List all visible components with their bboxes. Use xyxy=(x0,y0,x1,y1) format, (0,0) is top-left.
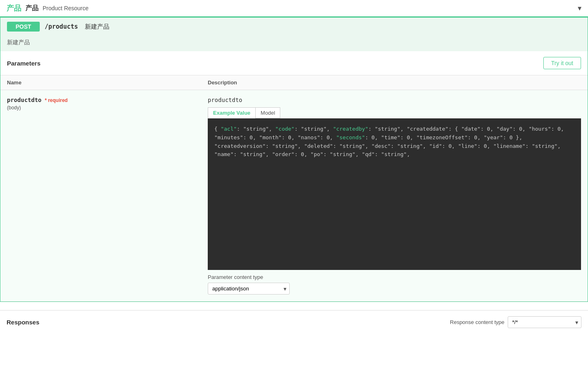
param-name: productdto xyxy=(7,97,41,103)
example-tabs: Example Value Model xyxy=(208,107,581,118)
content-type-select-wrapper: application/json application/xml text/pl… xyxy=(208,283,290,295)
responses-section: Responses Response content type */* appl… xyxy=(0,310,588,334)
param-body: (body) xyxy=(7,105,208,111)
tab-example-value[interactable]: Example Value xyxy=(208,107,255,118)
endpoint-description: 新建产品 xyxy=(0,36,588,51)
content-type-label: Parameter content type xyxy=(208,274,581,280)
section-subtitle: Product Resource xyxy=(43,5,89,11)
col-description-header: Description xyxy=(208,79,581,86)
response-select-wrapper: */* application/json application/xml ▾ xyxy=(508,316,581,328)
param-name-line: productdto * required xyxy=(7,97,208,103)
code-wrapper: { "acl": "string", "code": "string", "cr… xyxy=(208,118,581,270)
col-name-header: Name xyxy=(7,79,208,86)
param-row: productdto * required (body) productdto … xyxy=(0,90,588,301)
responses-title: Responses xyxy=(7,319,39,326)
endpoint-path: /products 新建产品 xyxy=(45,23,109,31)
param-required: * required xyxy=(45,97,68,103)
param-description-text: productdto xyxy=(208,97,581,103)
top-bar: 产品 产品 Product Resource ▾ xyxy=(0,0,588,17)
tab-model[interactable]: Model xyxy=(255,107,280,118)
try-it-out-button[interactable]: Try it out xyxy=(543,57,581,69)
code-block[interactable]: { "acl": "string", "code": "string", "cr… xyxy=(208,118,581,270)
response-content-type-wrapper: Response content type */* application/js… xyxy=(450,316,581,328)
section-icon: 产品 xyxy=(7,3,21,13)
section-title: 产品 xyxy=(25,4,39,13)
endpoint-header: POST /products 新建产品 xyxy=(0,18,588,36)
chevron-down-icon[interactable]: ▾ xyxy=(578,4,581,13)
parameters-title: Parameters xyxy=(7,60,41,67)
param-name-col: productdto * required (body) xyxy=(7,97,208,111)
parameters-section: Parameters Try it out Name Description p… xyxy=(0,51,588,301)
params-table-header: Name Description xyxy=(0,75,588,90)
response-content-type-select[interactable]: */* application/json application/xml xyxy=(508,316,581,328)
endpoint-section: POST /products 新建产品 新建产品 Parameters Try … xyxy=(0,17,588,302)
content-type-select[interactable]: application/json application/xml text/pl… xyxy=(208,283,290,295)
parameters-header: Parameters Try it out xyxy=(0,51,588,75)
param-desc-col: productdto Example Value Model { "acl": … xyxy=(208,97,581,295)
response-content-type-label: Response content type xyxy=(450,319,504,325)
content-type-section: Parameter content type application/json … xyxy=(208,274,581,295)
method-badge: POST xyxy=(7,22,40,32)
